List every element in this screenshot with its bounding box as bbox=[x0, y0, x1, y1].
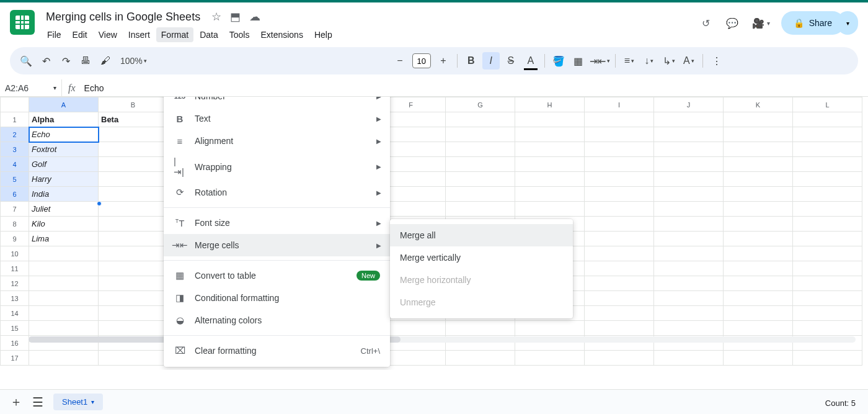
cell[interactable] bbox=[654, 291, 724, 306]
cell[interactable] bbox=[99, 321, 168, 336]
undo-icon[interactable]: ↶ bbox=[37, 52, 55, 70]
cell[interactable] bbox=[724, 232, 793, 246]
zoom-dropdown[interactable]: 100% bbox=[117, 52, 151, 70]
row-header[interactable]: 2 bbox=[1, 127, 29, 142]
all-sheets-button[interactable]: ☰ bbox=[32, 395, 43, 410]
cell[interactable] bbox=[654, 306, 724, 321]
add-sheet-button[interactable]: ＋ bbox=[10, 394, 22, 410]
cell[interactable] bbox=[654, 321, 724, 336]
menu-extensions[interactable]: Extensions bbox=[255, 27, 308, 42]
cell[interactable] bbox=[29, 276, 99, 291]
cell[interactable] bbox=[585, 187, 654, 202]
cell[interactable] bbox=[515, 112, 585, 127]
status-count[interactable]: Count: 5 bbox=[825, 398, 856, 408]
cell[interactable] bbox=[29, 321, 99, 336]
cell[interactable] bbox=[446, 351, 515, 366]
mergecells-button[interactable]: ⇥⇤ bbox=[590, 52, 610, 70]
column-header[interactable]: A bbox=[29, 97, 99, 112]
cell[interactable] bbox=[585, 112, 654, 127]
cell[interactable] bbox=[99, 276, 168, 291]
cell[interactable] bbox=[515, 321, 585, 336]
menu-help[interactable]: Help bbox=[309, 27, 337, 42]
cell[interactable]: Foxtrot bbox=[29, 142, 99, 157]
meet-icon[interactable]: 🎥 bbox=[751, 16, 766, 30]
cell[interactable] bbox=[793, 306, 862, 321]
cell[interactable] bbox=[793, 202, 862, 217]
column-header[interactable]: I bbox=[585, 97, 654, 112]
menuitem-rotation[interactable]: ⟳Rotation▶ bbox=[164, 181, 390, 204]
menuitem-conditional[interactable]: ◨Conditional formatting bbox=[164, 287, 390, 309]
cell[interactable] bbox=[724, 321, 793, 336]
cell[interactable] bbox=[724, 217, 793, 232]
chevron-down-icon[interactable]: ▾ bbox=[767, 20, 770, 27]
bold-button[interactable]: B bbox=[463, 52, 480, 70]
cell[interactable] bbox=[585, 291, 654, 306]
cell[interactable] bbox=[446, 202, 515, 217]
star-icon[interactable]: ☆ bbox=[211, 10, 221, 24]
menuitem-clear-formatting[interactable]: ⌧Clear formattingCtrl+\ bbox=[164, 340, 390, 362]
cell[interactable] bbox=[99, 157, 168, 172]
cell[interactable] bbox=[654, 351, 724, 366]
cell[interactable] bbox=[793, 127, 862, 142]
valign-button[interactable]: ↓ bbox=[640, 52, 658, 70]
column-header[interactable]: L bbox=[793, 97, 862, 112]
sheet-tab[interactable]: Sheet1 ▾ bbox=[53, 394, 103, 410]
cell[interactable]: Alpha bbox=[29, 112, 99, 127]
halign-button[interactable]: ≡ bbox=[621, 52, 638, 70]
cell[interactable] bbox=[515, 202, 585, 217]
cell[interactable] bbox=[654, 172, 724, 187]
column-header[interactable]: H bbox=[515, 97, 585, 112]
cell[interactable] bbox=[446, 112, 515, 127]
cell[interactable] bbox=[793, 351, 862, 366]
cell[interactable] bbox=[724, 112, 793, 127]
strike-button[interactable]: S bbox=[502, 52, 520, 70]
cell[interactable]: Kilo bbox=[29, 217, 99, 232]
cloud-icon[interactable]: ☁ bbox=[249, 10, 260, 24]
row-header[interactable]: 6 bbox=[1, 187, 29, 202]
menu-edit[interactable]: Edit bbox=[68, 27, 92, 42]
horizontal-scrollbar[interactable] bbox=[29, 336, 856, 343]
row-header[interactable]: 1 bbox=[1, 112, 29, 127]
cell[interactable] bbox=[29, 351, 99, 366]
row-header[interactable]: 13 bbox=[1, 291, 29, 306]
cell[interactable] bbox=[515, 142, 585, 157]
cell[interactable] bbox=[515, 127, 585, 142]
cell[interactable] bbox=[793, 276, 862, 291]
column-header[interactable]: B bbox=[99, 97, 168, 112]
comments-icon[interactable]: 💬 bbox=[725, 16, 740, 30]
cell[interactable] bbox=[654, 127, 724, 142]
cell[interactable]: Lima bbox=[29, 232, 99, 246]
cell[interactable] bbox=[724, 142, 793, 157]
cell[interactable] bbox=[99, 232, 168, 246]
cell[interactable] bbox=[654, 232, 724, 246]
cell[interactable] bbox=[793, 246, 862, 261]
cell[interactable] bbox=[654, 246, 724, 261]
menu-insert[interactable]: Insert bbox=[123, 27, 155, 42]
fontsize-plus[interactable]: + bbox=[435, 52, 452, 70]
cell[interactable] bbox=[585, 232, 654, 246]
cell[interactable] bbox=[793, 142, 862, 157]
menuitem-number[interactable]: 123Number▶ bbox=[164, 97, 390, 107]
row-header[interactable]: 5 bbox=[1, 172, 29, 187]
cell[interactable] bbox=[446, 187, 515, 202]
cell[interactable] bbox=[724, 157, 793, 172]
wrap-button[interactable]: ↳ bbox=[660, 52, 678, 70]
cell[interactable] bbox=[724, 291, 793, 306]
cell[interactable] bbox=[585, 127, 654, 142]
cell[interactable] bbox=[724, 246, 793, 261]
cell[interactable] bbox=[724, 127, 793, 142]
cell[interactable] bbox=[585, 261, 654, 276]
row-header[interactable]: 16 bbox=[1, 336, 29, 351]
cell[interactable] bbox=[793, 261, 862, 276]
menuitem-alignment[interactable]: ≡Alignment▶ bbox=[164, 130, 390, 152]
menuitem-wrapping[interactable]: |⇥|Wrapping▶ bbox=[164, 152, 390, 181]
cell[interactable] bbox=[793, 217, 862, 232]
row-header[interactable]: 8 bbox=[1, 217, 29, 232]
cell[interactable] bbox=[585, 142, 654, 157]
menuitem-alternating[interactable]: ◒Alternating colors bbox=[164, 309, 390, 331]
row-header[interactable]: 11 bbox=[1, 261, 29, 276]
cell[interactable] bbox=[29, 261, 99, 276]
cell[interactable] bbox=[99, 142, 168, 157]
cell[interactable] bbox=[585, 172, 654, 187]
cell[interactable] bbox=[724, 351, 793, 366]
